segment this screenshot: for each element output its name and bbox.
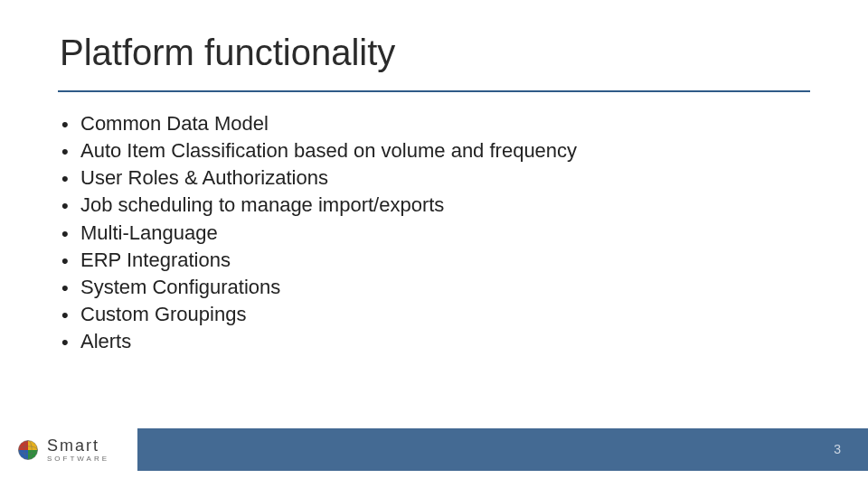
page-number: 3 — [834, 442, 841, 456]
bullet-icon: • — [61, 248, 80, 275]
list-item-text: User Roles & Authorizations — [80, 164, 328, 192]
bullet-icon: • — [61, 192, 80, 220]
list-item-text: Auto Item Classification based on volume… — [80, 137, 577, 164]
list-item: • Common Data Model — [61, 110, 810, 137]
bullet-icon: • — [61, 221, 80, 248]
list-item-text: Job scheduling to manage import/exports — [80, 192, 444, 219]
list-item: • System Configurations — [61, 274, 810, 301]
list-item-text: System Configurations — [80, 274, 280, 301]
footer-brand-area: Smart SOFTWARE — [0, 428, 137, 471]
list-item: • ERP Integrations — [61, 247, 810, 274]
list-item: • User Roles & Authorizations — [61, 164, 810, 192]
bullet-icon: • — [61, 111, 80, 138]
logo-globe-icon — [16, 438, 40, 462]
list-item-text: Custom Groupings — [80, 301, 246, 328]
bullet-icon: • — [61, 329, 80, 356]
bullet-icon: • — [61, 302, 80, 329]
slide: Platform functionality • Common Data Mod… — [0, 0, 868, 488]
bullet-icon: • — [61, 138, 80, 165]
list-item: • Auto Item Classification based on volu… — [61, 137, 810, 164]
bullet-list: • Common Data Model • Auto Item Classifi… — [61, 110, 810, 355]
list-item: • Job scheduling to manage import/export… — [61, 192, 810, 219]
brand-text: Smart SOFTWARE — [47, 437, 109, 463]
brand-primary: Smart — [47, 437, 109, 454]
bullet-icon: • — [61, 165, 80, 192]
list-item-text: Common Data Model — [80, 110, 269, 137]
title-underline — [58, 90, 810, 92]
list-item-text: ERP Integrations — [80, 247, 231, 274]
list-item: • Alerts — [61, 328, 810, 355]
brand-secondary: SOFTWARE — [47, 455, 109, 463]
brand-logo: Smart SOFTWARE — [16, 437, 109, 463]
list-item-text: Alerts — [80, 328, 131, 355]
bullet-icon: • — [61, 275, 80, 302]
list-item: • Multi-Language — [61, 220, 810, 247]
list-item-text: Multi-Language — [80, 220, 218, 247]
list-item: • Custom Groupings — [61, 301, 810, 328]
slide-title: Platform functionality — [60, 33, 395, 73]
